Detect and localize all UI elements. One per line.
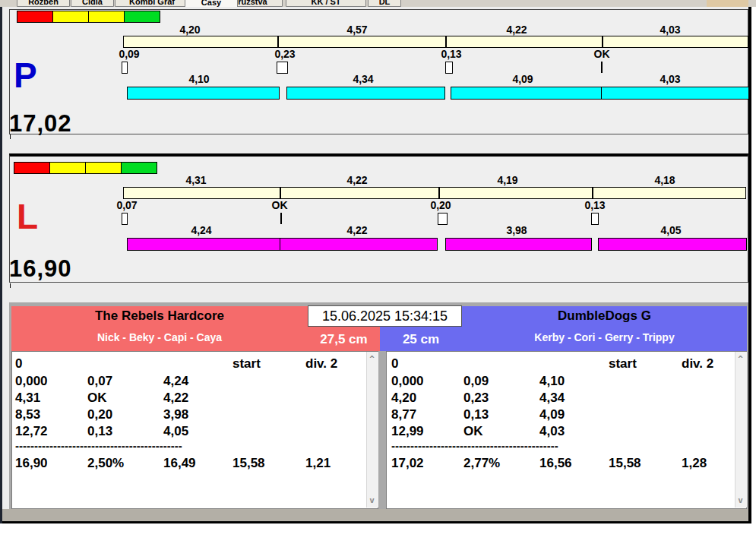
run-bar-segment-l <box>127 238 280 251</box>
traffic-yellow-segment <box>88 11 125 23</box>
changeover-box <box>438 213 448 225</box>
team-left-name: The Rebels Hardcore <box>11 308 308 324</box>
changeover-box <box>591 213 599 225</box>
traffic-yellow-segment <box>49 162 86 174</box>
scroll-up-icon[interactable]: ^ <box>735 354 746 364</box>
total-cell: 16,90 <box>15 456 48 471</box>
split-cell: 0,07 <box>87 374 112 389</box>
bar-divider-tick <box>602 36 603 48</box>
total-cell: 15,58 <box>609 456 641 471</box>
split-cell: 4,05 <box>163 424 188 439</box>
run-bar-segment-l <box>445 238 592 251</box>
split-cell: 8,53 <box>15 407 40 422</box>
total-cell: 16,56 <box>539 456 572 471</box>
run-time-label: 4,24 <box>167 224 236 236</box>
run-bar-segment-p <box>451 87 602 100</box>
lane-l-total-time: 16,90 <box>9 257 72 280</box>
split-cell: 12,72 <box>15 424 48 439</box>
table-header-cell: 0 <box>391 356 398 372</box>
hurdle-bar-p <box>123 36 748 48</box>
tab-kombi-graf[interactable]: Kombi Graf <box>115 0 189 7</box>
tab-bar: Rozběh Čidla Kombi Graf Časy Družstva KK… <box>0 0 756 7</box>
total-cell: 1,21 <box>305 456 331 471</box>
changeover-box <box>122 62 128 74</box>
window-right-border <box>748 0 751 523</box>
changeover-time-label: OK <box>245 199 314 211</box>
tab-kk-st[interactable]: KK / ST <box>286 0 366 7</box>
bar-divider-tick <box>280 187 281 199</box>
scrollbar-left-table[interactable] <box>366 352 378 508</box>
table-header-cell: div. 2 <box>682 356 713 372</box>
lane-l-letter: L <box>17 199 38 234</box>
datetime-box: 15.06.2025 15:34:15 <box>308 305 462 327</box>
changeover-box <box>445 62 453 74</box>
run-bar-segment-p <box>601 87 749 100</box>
tab-cidla[interactable]: Čidla <box>71 0 114 7</box>
lane-p-total-time: 17,02 <box>9 112 72 135</box>
run-time-label: 4,05 <box>637 224 705 236</box>
team-right-jump-height: 25 cm <box>380 332 462 347</box>
table-header-cell: start <box>609 356 637 372</box>
changeover-time-label: 0,13 <box>561 199 629 211</box>
split-cell: 4,09 <box>539 407 565 422</box>
traffic-red-segment <box>14 162 50 174</box>
bar-divider-tick <box>277 36 279 48</box>
window-bottom-border <box>0 521 751 523</box>
hurdle-time-label: 4,03 <box>636 24 704 36</box>
split-cell: 4,24 <box>163 374 188 389</box>
run-bar-segment-p <box>286 87 445 100</box>
app-window: Rozběh Čidla Kombi Graf Časy Družstva KK… <box>0 0 756 544</box>
total-cell: 17,02 <box>391 456 424 471</box>
traffic-green-segment <box>124 11 160 23</box>
split-cell: 4,34 <box>539 391 565 406</box>
run-bar-segment-l <box>280 238 438 251</box>
tab-dl[interactable]: DL <box>368 0 401 7</box>
panel-tick <box>10 134 11 139</box>
hurdle-time-label: 4,20 <box>156 24 224 36</box>
bar-divider-tick <box>592 187 593 199</box>
scroll-down-icon[interactable]: v <box>366 495 378 505</box>
split-cell: 4,03 <box>539 424 565 439</box>
split-cell: 4,10 <box>539 374 565 389</box>
total-cell: 2,50% <box>87 456 124 471</box>
run-bar-segment-p <box>127 87 280 100</box>
total-cell: 15,58 <box>232 456 265 471</box>
split-cell: 0,20 <box>87 407 112 422</box>
run-time-label: 4,03 <box>636 73 704 85</box>
changeover-time-label: 0,07 <box>93 199 161 211</box>
split-cell: 0,09 <box>463 374 489 389</box>
split-cell: 4,20 <box>391 391 416 406</box>
bar-divider-tick <box>445 36 447 48</box>
window-left-border <box>0 0 2 523</box>
total-cell: 16,49 <box>163 456 196 471</box>
traffic-yellow-segment <box>52 11 89 23</box>
splits-table-right <box>386 351 747 509</box>
scroll-down-icon[interactable]: v <box>735 495 746 505</box>
hurdle-bar-l <box>123 187 746 199</box>
team-left-dogs: Nick - Beky - Capi - Caya <box>11 331 308 343</box>
scroll-up-icon[interactable]: ^ <box>366 354 378 364</box>
team-right-dogs: Kerby - Cori - Gerry - Trippy <box>462 331 747 343</box>
split-cell: OK <box>87 391 107 406</box>
splits-table-left <box>11 351 378 509</box>
hurdle-time-label: 4,57 <box>323 24 391 36</box>
split-cell: OK <box>463 424 483 439</box>
split-cell: 0,23 <box>463 391 489 406</box>
ok-marker <box>601 62 603 73</box>
split-cell: 12,99 <box>391 424 424 439</box>
changeover-time-label: 0,20 <box>406 199 475 211</box>
tab-rozbeh[interactable]: Rozběh <box>17 0 70 7</box>
table-header-cell: start <box>232 356 261 372</box>
split-cell: 0,13 <box>463 407 489 422</box>
run-time-label: 4,09 <box>489 73 557 85</box>
hurdle-time-label: 4,22 <box>482 24 551 36</box>
scrollbar-right-table[interactable] <box>735 352 747 508</box>
table-header-cell: div. 2 <box>305 356 337 372</box>
tab-casy-active[interactable]: Časy <box>185 0 238 7</box>
hurdle-time-label: 4,18 <box>631 174 699 186</box>
run-bar-segment-l <box>598 238 747 251</box>
ok-marker <box>280 213 282 224</box>
table-header-cell: 0 <box>15 356 22 372</box>
hurdle-time-label: 4,19 <box>473 174 542 186</box>
run-time-label: 3,98 <box>482 224 551 236</box>
